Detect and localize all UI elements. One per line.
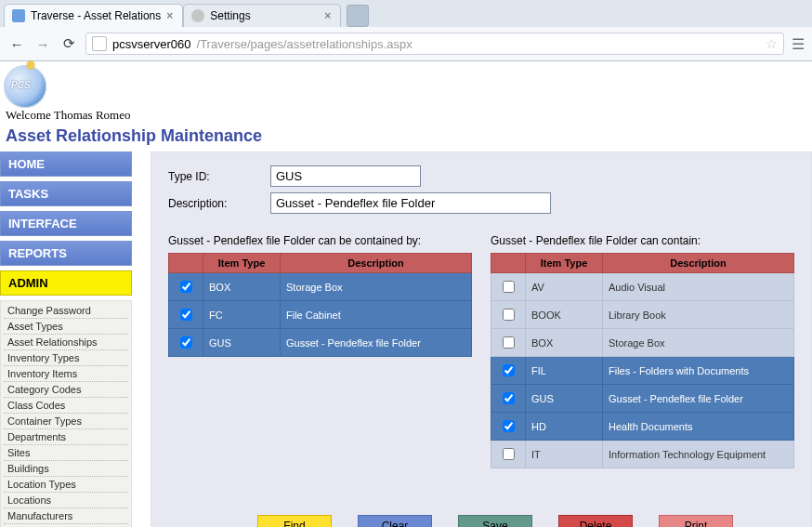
table-row[interactable]: BOOKLibrary Book [491, 301, 794, 329]
table-row[interactable]: HDHealth Documents [491, 413, 794, 441]
row-checkbox[interactable] [180, 281, 192, 293]
bookmark-icon[interactable]: ☆ [766, 36, 778, 51]
can-contain-table: Item TypeDescriptionAVAudio VisualBOOKLi… [491, 253, 794, 468]
page-icon [92, 36, 107, 51]
close-icon[interactable]: × [324, 9, 331, 22]
column-header [169, 254, 203, 273]
admin-item-change-password[interactable]: Change Password [4, 303, 128, 318]
description-input[interactable] [270, 192, 551, 214]
table-row[interactable]: AVAudio Visual [491, 273, 794, 301]
tab-label: Settings [210, 9, 250, 22]
admin-item-location-types[interactable]: Location Types [4, 476, 128, 492]
row-checkbox[interactable] [503, 281, 515, 293]
nav-home[interactable]: HOME [0, 152, 132, 177]
browser-tab-settings[interactable]: Settings × [183, 4, 341, 27]
table-row[interactable]: ITInformation Technology Equipment [491, 441, 794, 468]
url-path: /Traverse/pages/assetrelationships.aspx [197, 37, 413, 51]
menu-icon[interactable]: ☰ [792, 35, 805, 53]
item-type-cell: BOX [203, 273, 281, 301]
item-type-cell: GUS [203, 329, 281, 357]
row-checkbox[interactable] [503, 336, 515, 349]
admin-item-class-codes[interactable]: Class Codes [4, 397, 128, 413]
admin-item-category-codes[interactable]: Category Codes [4, 381, 128, 397]
clear-button[interactable]: Clear [358, 515, 432, 527]
admin-item-container-types[interactable]: Container Types [4, 413, 128, 428]
item-type-cell: GUS [526, 385, 603, 413]
admin-item-buildings[interactable]: Buildings [4, 460, 128, 476]
description-cell: File Cabinet [281, 301, 472, 329]
new-tab-button[interactable] [347, 5, 369, 27]
find-button[interactable]: Find [257, 515, 332, 527]
column-header: Item Type [526, 254, 603, 273]
gear-icon [191, 9, 204, 22]
description-cell: Library Book [603, 301, 794, 329]
page-title: Asset Relationship Maintenance [0, 125, 812, 152]
table-row[interactable]: BOXStorage Box [491, 329, 794, 357]
table-row[interactable]: GUSGusset - Pendeflex file Folder [491, 385, 794, 413]
description-cell: Health Documents [603, 413, 794, 441]
admin-item-asset-relationships[interactable]: Asset Relationships [4, 334, 128, 349]
nav-tasks[interactable]: TASKS [0, 181, 132, 206]
column-header: Description [603, 254, 794, 273]
column-header [491, 254, 526, 273]
close-icon[interactable]: × [166, 9, 173, 22]
description-cell: Storage Box [281, 273, 472, 301]
left-table-title: Gusset - Pendeflex file Folder can be co… [168, 234, 472, 247]
admin-item-inventory-items[interactable]: Inventory Items [4, 365, 128, 381]
browser-tabbar: Traverse - Asset Relations × Settings × [0, 0, 812, 27]
admin-item-departments[interactable]: Departments [4, 428, 128, 444]
description-cell: Storage Box [603, 329, 794, 357]
table-row[interactable]: GUSGusset - Pendeflex file Folder [169, 329, 472, 357]
description-cell: Audio Visual [603, 273, 794, 301]
work-pane: Type ID: Description: Gusset - Pendeflex… [151, 152, 812, 527]
table-row[interactable]: FCFile Cabinet [169, 301, 472, 329]
row-checkbox[interactable] [180, 336, 192, 349]
admin-item-asset-types[interactable]: Asset Types [4, 318, 128, 334]
row-checkbox[interactable] [180, 309, 192, 321]
description-cell: Files - Folders with Documents [603, 357, 794, 385]
table-row[interactable]: FILFiles - Folders with Documents [491, 357, 794, 385]
column-header: Description [281, 254, 472, 273]
nav-admin[interactable]: ADMIN [0, 270, 132, 296]
column-header: Item Type [203, 254, 281, 273]
forward-icon[interactable]: → [33, 36, 52, 52]
item-type-cell: HD [526, 413, 603, 441]
type-id-input[interactable] [270, 165, 421, 187]
tab-label: Traverse - Asset Relations [31, 9, 161, 22]
nav-interface[interactable]: INTERFACE [0, 211, 132, 236]
logo-text: PCS [11, 80, 31, 90]
admin-item-manufacturers[interactable]: Manufacturers [4, 507, 128, 523]
url-host: pcsvserver060 [112, 37, 191, 51]
admin-item-locations[interactable]: Locations [4, 492, 128, 507]
item-type-cell: BOOK [526, 301, 603, 329]
description-label: Description: [168, 197, 252, 210]
admin-submenu: Change PasswordAsset TypesAsset Relation… [0, 300, 132, 527]
address-bar[interactable]: pcsvserver060/Traverse/pages/assetrelati… [85, 33, 784, 55]
row-checkbox[interactable] [503, 420, 515, 432]
row-checkbox[interactable] [503, 364, 515, 376]
print-button[interactable]: Print [659, 515, 733, 527]
back-icon[interactable]: ← [7, 36, 26, 52]
admin-item-inventory-types[interactable]: Inventory Types [4, 349, 128, 365]
save-button[interactable]: Save [458, 515, 532, 527]
favicon-traverse [12, 9, 25, 22]
admin-item-sites[interactable]: Sites [4, 444, 128, 460]
nav-reports[interactable]: REPORTS [0, 241, 132, 266]
description-cell: Information Technology Equipment [603, 441, 794, 468]
app-logo: PCS [4, 65, 46, 108]
description-cell: Gusset - Pendeflex file Folder [281, 329, 472, 357]
browser-tab-traverse[interactable]: Traverse - Asset Relations × [4, 4, 183, 27]
admin-item-notification-types[interactable]: Notification Types [4, 523, 128, 527]
row-checkbox[interactable] [503, 448, 515, 460]
type-id-label: Type ID: [168, 170, 252, 183]
contained-by-table: Item TypeDescriptionBOXStorage BoxFCFile… [168, 253, 472, 357]
reload-icon[interactable]: ⟳ [59, 35, 78, 52]
row-checkbox[interactable] [503, 309, 515, 321]
item-type-cell: IT [526, 441, 603, 468]
item-type-cell: FC [203, 301, 281, 329]
item-type-cell: FIL [526, 357, 603, 385]
delete-button[interactable]: Delete [558, 515, 633, 527]
welcome-text: Welcome Thomas Romeo [0, 108, 812, 125]
row-checkbox[interactable] [503, 392, 515, 404]
table-row[interactable]: BOXStorage Box [169, 273, 472, 301]
